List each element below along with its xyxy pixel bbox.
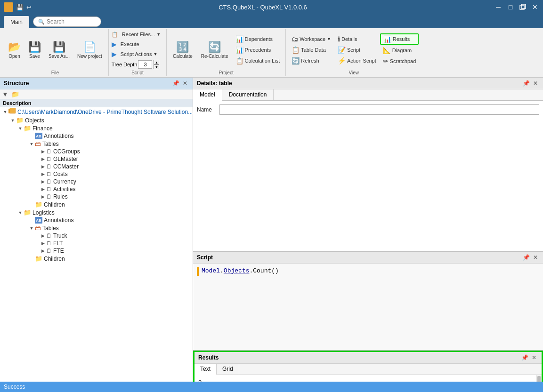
scrollbar-thumb[interactable] bbox=[537, 376, 541, 382]
fte-expander[interactable]: ▶ bbox=[40, 248, 46, 254]
quick-access-undo[interactable]: ↩ bbox=[26, 4, 32, 11]
calculate-icon: 🔢 bbox=[176, 41, 189, 53]
logistics-annotations-icon: AB bbox=[35, 217, 42, 224]
table-data-btn[interactable]: 📋 Table Data bbox=[289, 45, 334, 55]
script-view-icon: 📝 bbox=[338, 46, 346, 54]
window-close-btn[interactable]: ✕ bbox=[531, 3, 539, 11]
tree-node-costs[interactable]: ▶ 🗒 Costs bbox=[0, 170, 193, 178]
tree-node-logistics-tables[interactable]: ▼ 🗃 Tables bbox=[0, 224, 193, 232]
script-close-btn[interactable]: ✕ bbox=[532, 254, 539, 261]
calculation-list-btn[interactable]: 📋 Calculation List bbox=[233, 56, 283, 66]
tree-node-finance[interactable]: ▼ 📁 Finance bbox=[0, 124, 193, 132]
tree-node-rules[interactable]: ▶ 🗒 Rules bbox=[0, 193, 193, 200]
tree-depth-down[interactable]: ▼ bbox=[154, 64, 159, 69]
tree-node-finance-tables[interactable]: ▼ 🗃 Tables bbox=[0, 140, 193, 148]
script-code-area[interactable]: Model.Objects.Count() bbox=[202, 267, 279, 274]
tree-node-logistics[interactable]: ▼ 📁 Logistics bbox=[0, 208, 193, 216]
truck-expander[interactable]: ▶ bbox=[40, 232, 46, 239]
logistics-icon: 📁 bbox=[24, 209, 31, 216]
finance-tables-expander[interactable]: ▼ bbox=[28, 141, 35, 147]
dependents-btn[interactable]: 📊 Dependents bbox=[233, 34, 283, 44]
script-actions-btn[interactable]: Script Actions ▼ bbox=[118, 50, 161, 58]
structure-close-btn[interactable]: ✕ bbox=[181, 80, 189, 87]
window-restore-btn[interactable]: □ bbox=[506, 3, 515, 11]
tree-node-objects[interactable]: ▼ 📁 Objects bbox=[0, 116, 193, 124]
tab-model[interactable]: Model bbox=[193, 89, 222, 101]
action-script-btn[interactable]: ⚡ Action Script bbox=[335, 56, 379, 66]
tab-documentation[interactable]: Documentation bbox=[222, 89, 274, 100]
tree-node-flt[interactable]: ▶ 🗒 FLT bbox=[0, 240, 193, 247]
tree-node-ccmaster[interactable]: ▶ 🗒 CCMaster bbox=[0, 163, 193, 170]
tab-grid[interactable]: Grid bbox=[217, 364, 239, 375]
finance-expander[interactable]: ▼ bbox=[17, 125, 24, 132]
tree-depth-up[interactable]: ▲ bbox=[154, 60, 159, 64]
root-icon bbox=[8, 108, 16, 116]
tree-node-fte[interactable]: ▶ 🗒 FTE bbox=[0, 247, 193, 255]
search-input[interactable] bbox=[47, 18, 96, 25]
script-view-btn[interactable]: 📝 Script bbox=[335, 45, 379, 55]
details-pin-btn[interactable]: 📌 bbox=[522, 80, 530, 87]
tab-text[interactable]: Text bbox=[195, 364, 217, 375]
results-pin-btn[interactable]: 📌 bbox=[521, 354, 528, 361]
recalculate-btn[interactable]: 🔄 Re-Calculate bbox=[198, 40, 232, 60]
search-box[interactable]: 🔍 bbox=[33, 16, 101, 27]
tree-node-logistics-children[interactable]: ▶ 📁 Children bbox=[0, 255, 193, 263]
structure-pin-btn[interactable]: 📌 bbox=[172, 80, 179, 87]
script-row1: 📋 Recent Files... ▼ bbox=[112, 30, 163, 39]
structure-tree[interactable]: ▼ C:\Users\MarkDiamond\OneDrive - PrimeT… bbox=[0, 107, 193, 382]
results-scrollbar[interactable] bbox=[536, 375, 542, 382]
tree-depth-control[interactable]: 3 ▲ ▼ bbox=[138, 60, 159, 69]
name-input[interactable] bbox=[219, 104, 539, 115]
finance-children-icon: 📁 bbox=[35, 201, 42, 208]
objects-expander[interactable]: ▼ bbox=[9, 117, 16, 124]
script-body[interactable]: Model.Objects.Count() bbox=[193, 264, 543, 350]
tree-node-ccgroups[interactable]: ▶ 🗒 CCGroups bbox=[0, 148, 193, 155]
tree-node-glmaster[interactable]: ▶ 🗒 GLMaster bbox=[0, 155, 193, 163]
ribbon-tabs: Main 🔍 bbox=[0, 14, 543, 28]
refresh-btn[interactable]: 🔄 Refresh bbox=[289, 56, 334, 66]
window-minimize-btn[interactable]: ─ bbox=[494, 3, 502, 11]
currency-expander[interactable]: ▶ bbox=[40, 178, 46, 185]
calculate-btn[interactable]: 🔢 Calculate bbox=[170, 40, 196, 60]
flt-expander[interactable]: ▶ bbox=[40, 240, 46, 247]
save-btn[interactable]: 💾 Save bbox=[25, 40, 44, 60]
root-expander[interactable]: ▼ bbox=[2, 109, 8, 115]
tree-node-truck[interactable]: ▶ 🗒 Truck bbox=[0, 232, 193, 240]
tree-node-currency[interactable]: ▶ 🗒 Currency bbox=[0, 178, 193, 185]
details-close-btn[interactable]: ✕ bbox=[532, 80, 539, 87]
tree-node-finance-children[interactable]: ▶ 📁 Children bbox=[0, 200, 193, 208]
quick-access-save[interactable]: 💾 bbox=[16, 4, 24, 11]
new-project-btn[interactable]: 📄 New project bbox=[74, 40, 105, 60]
costs-expander[interactable]: ▶ bbox=[40, 171, 46, 177]
execute-btn[interactable]: Execute bbox=[118, 40, 142, 48]
glmaster-expander[interactable]: ▶ bbox=[40, 156, 46, 162]
tree-node-activities[interactable]: ▶ 🗒 Activities bbox=[0, 185, 193, 193]
ccgroups-expander[interactable]: ▶ bbox=[40, 148, 46, 155]
glmaster-label: GLMaster bbox=[53, 156, 78, 162]
ribbon: 📂 Open 💾 Save 💾 Save As... 📄 New project… bbox=[0, 28, 543, 78]
tree-node-root[interactable]: ▼ C:\Users\MarkDiamond\OneDrive - PrimeT… bbox=[0, 107, 193, 116]
ccmaster-expander[interactable]: ▶ bbox=[40, 163, 46, 170]
results-close-btn[interactable]: ✕ bbox=[530, 354, 538, 361]
recent-files-btn[interactable]: Recent Files... ▼ bbox=[119, 30, 163, 39]
ccgroups-icon: 🗒 bbox=[46, 148, 52, 155]
workspace-btn[interactable]: 🗂 Workspace ▼ bbox=[289, 34, 334, 44]
open-btn[interactable]: 📂 Open bbox=[5, 40, 24, 60]
scratchpad-btn[interactable]: ✏ Scratchpad bbox=[380, 56, 419, 66]
precedents-btn[interactable]: 📊 Precedents bbox=[233, 45, 283, 55]
activities-expander[interactable]: ▶ bbox=[40, 186, 46, 192]
tree-depth-input[interactable]: 3 bbox=[138, 60, 152, 69]
window-restore2-btn[interactable] bbox=[519, 3, 527, 11]
details-btn[interactable]: ℹ Details bbox=[335, 34, 379, 44]
save-as-btn[interactable]: 💾 Save As... bbox=[45, 40, 73, 60]
logistics-expander[interactable]: ▼ bbox=[17, 209, 24, 216]
results-btn[interactable]: 📊 Results bbox=[380, 33, 419, 45]
script-pin-btn[interactable]: 📌 bbox=[522, 254, 530, 261]
tree-node-finance-annotations[interactable]: ▶ AB Annotations bbox=[0, 132, 193, 140]
tree-node-logistics-annotations[interactable]: ▶ AB Annotations bbox=[0, 216, 193, 224]
tab-main[interactable]: Main bbox=[4, 16, 29, 28]
rules-expander[interactable]: ▶ bbox=[40, 193, 46, 200]
filter-icon[interactable]: ▼ bbox=[2, 90, 8, 98]
diagram-btn[interactable]: 📐 Diagram bbox=[380, 45, 419, 56]
logistics-tables-expander[interactable]: ▼ bbox=[28, 225, 35, 232]
